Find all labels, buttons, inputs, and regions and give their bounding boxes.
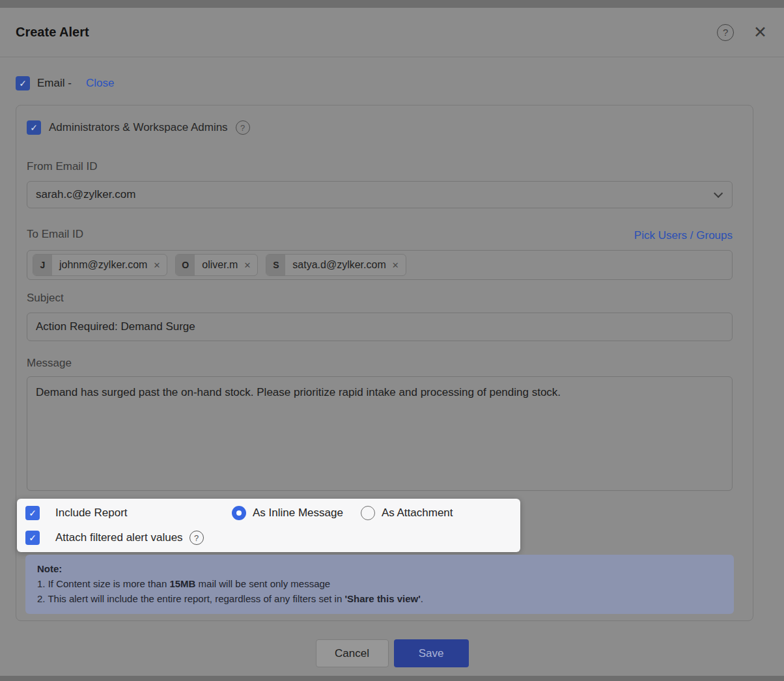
recipient-email: johnm@zylker.com	[52, 259, 153, 271]
as-inline-message-radio[interactable]	[232, 506, 246, 520]
attach-filtered-row: ✓ Attach filtered alert values ?	[25, 530, 520, 546]
attach-filtered-help-icon[interactable]: ?	[189, 531, 204, 545]
note-line-1: 1. If Content size is more than 15MB mai…	[37, 576, 722, 591]
include-report-checkbox[interactable]: ✓	[25, 506, 40, 520]
from-email-select[interactable]: sarah.c@zylker.com	[27, 181, 733, 208]
include-report-label: Include Report	[55, 507, 128, 520]
from-email-label: From Email ID	[27, 160, 733, 174]
admins-row: ✓ Administrators & Workspace Admins ?	[27, 120, 733, 135]
page-title: Create Alert	[16, 25, 89, 40]
email-channel-row: ✓ Email - Close	[16, 75, 768, 92]
subject-input[interactable]: Action Required: Demand Surge	[27, 313, 733, 341]
note-heading: Note:	[37, 561, 722, 576]
note-box: Note: 1. If Content size is more than 15…	[25, 555, 734, 614]
avatar: S	[266, 255, 285, 275]
check-icon: ✓	[30, 122, 38, 133]
cancel-button[interactable]: Cancel	[316, 639, 389, 667]
to-email-header-row: To Email ID Pick Users / Groups	[27, 227, 733, 242]
remove-recipient-icon[interactable]: ✕	[244, 260, 257, 270]
dialog-actions: Cancel Save	[0, 639, 784, 667]
pick-users-groups-link[interactable]: Pick Users / Groups	[634, 229, 733, 242]
as-inline-message-label: As Inline Message	[253, 507, 343, 520]
create-alert-dialog: Create Alert ? ✕ ✓ Email - Close ✓ Admin…	[0, 8, 784, 676]
admins-label: Administrators & Workspace Admins	[49, 121, 228, 134]
save-button[interactable]: Save	[394, 639, 469, 667]
recipient-email: oliver.m	[195, 259, 244, 271]
message-textarea[interactable]: Demand has surged past the on-hand stock…	[27, 376, 733, 491]
note-line-2: 2. This alert will include the entire re…	[37, 591, 722, 606]
recipient-email: satya.d@zylker.com	[285, 259, 391, 271]
help-icon[interactable]: ?	[717, 24, 734, 41]
email-close-link[interactable]: Close	[86, 77, 114, 90]
to-email-field[interactable]: J johnm@zylker.com ✕ O oliver.m ✕ S saty…	[27, 250, 733, 280]
as-attachment-radio[interactable]	[361, 506, 375, 520]
avatar: O	[176, 255, 195, 275]
remove-recipient-icon[interactable]: ✕	[153, 260, 167, 270]
remove-recipient-icon[interactable]: ✕	[392, 260, 406, 270]
admins-help-icon[interactable]: ?	[236, 120, 250, 135]
include-report-spotlight: ✓ Include Report As Inline Message As At…	[17, 499, 520, 552]
chevron-down-icon	[714, 189, 723, 198]
check-icon: ✓	[19, 78, 27, 89]
to-email-label: To Email ID	[27, 228, 83, 242]
admins-checkbox[interactable]: ✓	[27, 120, 41, 135]
email-checkbox[interactable]: ✓	[16, 76, 30, 90]
as-attachment-label: As Attachment	[382, 507, 453, 520]
include-report-row: ✓ Include Report As Inline Message As At…	[25, 505, 520, 521]
close-icon[interactable]: ✕	[753, 24, 767, 40]
include-report-group: ✓ Include Report	[25, 506, 232, 520]
message-label: Message	[27, 357, 733, 371]
check-icon: ✓	[29, 533, 36, 543]
email-settings-panel: ✓ Administrators & Workspace Admins ? Fr…	[16, 105, 753, 621]
from-email-value: sarah.c@zylker.com	[36, 188, 135, 201]
recipient-chip: S satya.d@zylker.com ✕	[266, 254, 406, 276]
attach-filtered-checkbox[interactable]: ✓	[25, 531, 40, 545]
dialog-header: Create Alert ? ✕	[0, 8, 784, 57]
subject-label: Subject	[27, 292, 733, 306]
avatar: J	[33, 255, 52, 275]
recipient-chip: O oliver.m ✕	[175, 254, 258, 276]
check-icon: ✓	[29, 508, 36, 518]
attach-filtered-label: Attach filtered alert values	[55, 531, 183, 544]
email-channel-label: Email -	[37, 77, 72, 90]
recipient-chip: J johnm@zylker.com ✕	[33, 254, 167, 276]
header-icons: ? ✕	[717, 24, 767, 41]
